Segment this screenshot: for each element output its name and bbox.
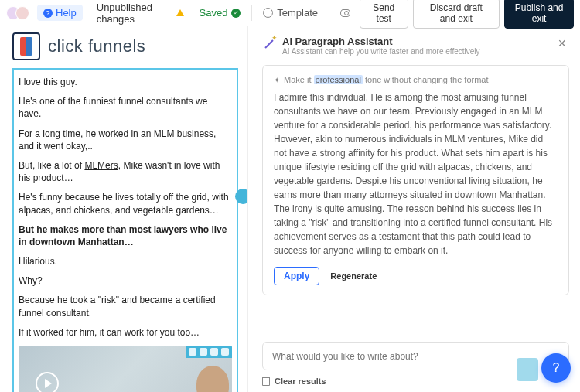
brand-logo: click funnels [12,32,238,60]
ai-result-card: ✦ Make it professional tone without chan… [262,65,569,295]
check-icon: ✓ [231,9,241,18]
editor-pane: click funnels I love this guy. He's one … [0,26,247,392]
avatar [15,6,29,20]
paragraph: He's one of the funniest funnel consulta… [19,95,232,120]
person-image [196,366,229,392]
paragraph: Hilarious. [19,255,232,268]
clear-label: Clear results [275,377,326,386]
apply-button[interactable]: Apply [274,267,319,285]
saved-status: Saved ✓ [200,7,241,19]
add-block-button[interactable] [235,189,247,204]
unpublished-label: Unpublished changes [97,2,172,25]
paragraph: Because he took a "risk" and became a ce… [19,294,232,319]
help-button[interactable]: ? Help [37,5,83,21]
help-fab[interactable]: ? [541,353,571,383]
warning-icon [176,9,184,16]
paragraph-bold: But he makes more than most lawyers who … [19,223,232,248]
template-button[interactable]: Template [263,7,318,19]
paragraph: Why? [19,274,232,287]
divider [329,5,329,21]
paragraph: But, like a lot of MLMers, Mike wasn't i… [19,159,232,184]
paragraph: If it worked for him, it can work for yo… [19,326,232,339]
regenerate-button[interactable]: Regenerate [330,271,377,281]
logo-text: click funnels [48,36,145,56]
prompt-summary: ✦ Make it professional tone without chan… [274,75,558,84]
close-icon[interactable]: × [554,36,569,52]
trash-icon [262,377,270,386]
panel-subtitle: AI Assistant can help you write faster a… [282,47,480,56]
paragraph: He's funny because he lives totally off … [19,191,232,216]
template-label: Template [277,7,318,19]
block-toolbar[interactable] [186,346,232,358]
unpublished-status: Unpublished changes [97,2,184,25]
saved-label: Saved [200,7,228,19]
top-toolbar: ? Help Unpublished changes Saved ✓ Templ… [0,0,580,26]
paragraph: I love this guy. [19,76,232,88]
paragraph: For a long time, he worked in an MLM bus… [19,128,232,152]
video-thumbnail[interactable] [19,346,232,392]
question-icon: ? [43,9,53,18]
wand-icon: ✦ [274,76,280,84]
divider [251,5,252,21]
ai-assistant-panel: AI Paragraph Assistant AI Assistant can … [247,26,580,392]
panel-title: AI Paragraph Assistant [282,36,480,47]
play-icon[interactable] [36,372,59,392]
preview-icon[interactable] [340,9,350,17]
send-test-button[interactable]: Send test [360,0,408,29]
generated-text: I admire this individual. He is among th… [274,90,558,257]
selected-paragraph-block[interactable]: I love this guy. He's one of the funnies… [12,68,238,392]
collaborator-avatars[interactable] [6,6,29,20]
publish-button[interactable]: Publish and exit [504,0,574,29]
logo-icon [12,32,40,60]
gear-icon [263,8,273,18]
video-block[interactable] [19,346,232,392]
help-label: Help [56,7,77,19]
wand-icon [262,37,276,51]
discard-button[interactable]: Discard draft and exit [413,0,500,29]
send-chip[interactable] [517,358,538,381]
